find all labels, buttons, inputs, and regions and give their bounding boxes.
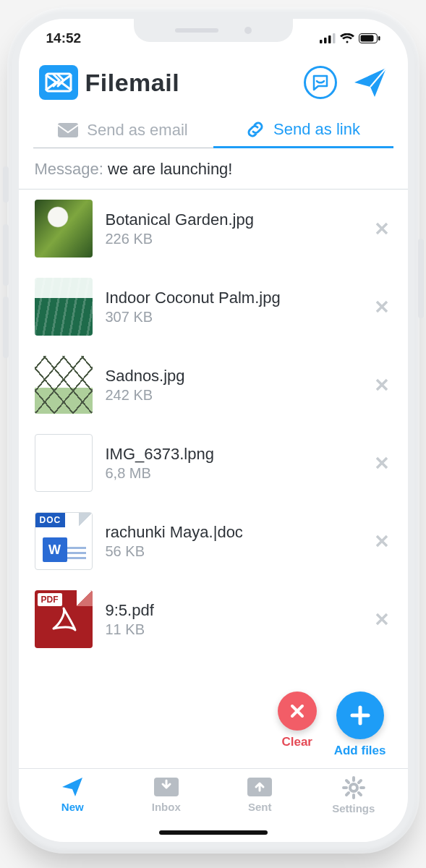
- close-icon: [375, 612, 389, 626]
- file-row: Indoor Coconut Palm.jpg 307 KB: [19, 268, 408, 346]
- paper-plane-icon: [353, 67, 388, 98]
- remove-file-button[interactable]: [372, 378, 392, 392]
- status-time: 14:52: [46, 30, 82, 46]
- brand: Filemail: [39, 65, 180, 100]
- file-thumbnail[interactable]: [35, 434, 93, 492]
- chat-smile-icon: [311, 73, 330, 92]
- send-mode-tabs: Send as email Send as link: [33, 113, 393, 148]
- tabbar-inbox-label: Inbox: [152, 801, 181, 813]
- volume-up-button: [3, 224, 9, 286]
- file-row: DOC W rachunki Maya.|doc 56 KB: [19, 502, 408, 580]
- tab-send-link[interactable]: Send as link: [213, 113, 393, 148]
- clear-button[interactable]: Clear: [278, 692, 317, 749]
- close-icon: [375, 456, 389, 470]
- message-field[interactable]: Message: we are launching!: [19, 148, 408, 190]
- doc-badge: DOC: [35, 513, 66, 527]
- svg-rect-3: [333, 33, 336, 43]
- svg-rect-1: [324, 38, 327, 43]
- remove-file-button[interactable]: [372, 534, 392, 548]
- app-header: Filemail: [19, 52, 408, 110]
- notch: [134, 19, 293, 42]
- file-thumbnail[interactable]: [35, 200, 93, 258]
- svg-rect-2: [328, 35, 331, 43]
- file-name: IMG_6373.lpng: [106, 445, 359, 464]
- svg-point-9: [350, 784, 357, 791]
- clear-label: Clear: [281, 735, 312, 749]
- envelope-icon: [58, 123, 78, 137]
- close-icon: [375, 378, 389, 392]
- file-thumbnail[interactable]: DOC W: [35, 512, 93, 570]
- file-row: IMG_6373.lpng 6,8 MB: [19, 424, 408, 502]
- message-label: Message:: [35, 160, 103, 178]
- remove-file-button[interactable]: [372, 612, 392, 626]
- link-icon: [246, 120, 265, 139]
- file-size: 6,8 MB: [106, 465, 359, 482]
- file-size: 307 KB: [106, 309, 359, 326]
- remove-file-button[interactable]: [372, 221, 392, 236]
- file-size: 11 KB: [106, 621, 359, 638]
- tab-email-label: Send as email: [87, 121, 187, 140]
- signal-icon: [320, 33, 336, 43]
- power-button: [418, 239, 424, 318]
- file-size: 226 KB: [106, 231, 359, 247]
- tabbar-item-inbox[interactable]: Inbox: [119, 776, 213, 825]
- volume-down-button: [3, 297, 9, 358]
- file-thumbnail[interactable]: [35, 356, 93, 414]
- add-files-button[interactable]: Add files: [334, 692, 386, 758]
- file-name: Indoor Coconut Palm.jpg: [106, 289, 359, 307]
- send-button[interactable]: [353, 67, 388, 98]
- close-icon: [289, 703, 305, 719]
- file-name: rachunki Maya.|doc: [106, 523, 359, 542]
- file-thumbnail[interactable]: [35, 278, 93, 336]
- file-row: Sadnos.jpg 242 KB: [19, 346, 408, 424]
- tabbar-sent-label: Sent: [248, 801, 272, 813]
- close-icon: [375, 221, 389, 236]
- file-name: Botanical Garden.jpg: [106, 210, 359, 229]
- svg-rect-6: [378, 36, 380, 41]
- close-icon: [375, 534, 389, 548]
- pdf-badge: PDF: [38, 593, 62, 606]
- remove-file-button[interactable]: [372, 456, 392, 470]
- acrobat-icon: [48, 604, 79, 634]
- svg-rect-8: [58, 123, 78, 137]
- gear-icon: [342, 776, 365, 799]
- tab-send-email[interactable]: Send as email: [33, 113, 213, 148]
- brand-logo-icon: [39, 65, 78, 100]
- wifi-icon: [340, 33, 354, 43]
- file-list: Botanical Garden.jpg 226 KB Indoor Cocon…: [19, 190, 408, 768]
- paper-plane-icon: [61, 776, 84, 798]
- brand-name: Filemail: [85, 69, 180, 97]
- sent-icon: [247, 776, 272, 798]
- tabbar-item-sent[interactable]: Sent: [213, 776, 307, 825]
- svg-rect-0: [320, 40, 323, 43]
- tabbar-item-new[interactable]: New: [26, 776, 120, 825]
- file-size: 56 KB: [106, 543, 359, 560]
- battery-icon: [359, 33, 380, 43]
- tabbar-new-label: New: [61, 801, 84, 813]
- plus-icon: [349, 705, 371, 726]
- mute-switch: [3, 166, 9, 203]
- tabbar-item-settings[interactable]: Settings: [307, 776, 401, 825]
- file-row: PDF 9:5.pdf 11 KB: [19, 580, 408, 658]
- inbox-icon: [154, 776, 179, 798]
- file-row: Botanical Garden.jpg 226 KB: [19, 190, 408, 268]
- file-thumbnail[interactable]: PDF: [35, 590, 93, 648]
- phone-frame: 14:52 Filemail: [7, 7, 419, 854]
- file-name: 9:5.pdf: [106, 601, 359, 620]
- file-name: Sadnos.jpg: [106, 367, 359, 386]
- file-size: 242 KB: [106, 387, 359, 404]
- home-indicator[interactable]: [159, 830, 268, 835]
- fab-actions: Clear Add files: [278, 692, 386, 758]
- support-button[interactable]: [304, 66, 337, 99]
- add-files-label: Add files: [334, 744, 386, 758]
- close-icon: [375, 299, 389, 314]
- svg-rect-5: [360, 35, 373, 42]
- message-value: we are launching!: [108, 160, 232, 178]
- remove-file-button[interactable]: [372, 299, 392, 314]
- tab-link-label: Send as link: [273, 120, 360, 139]
- tabbar-settings-label: Settings: [332, 802, 375, 814]
